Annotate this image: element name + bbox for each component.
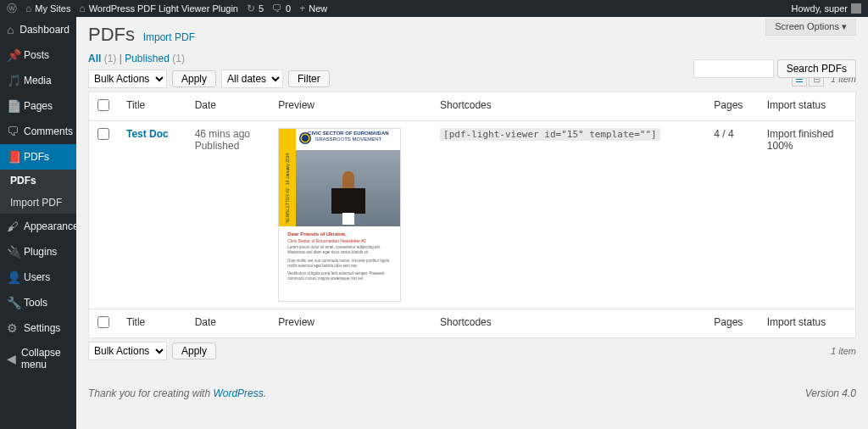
apply-bulk-button-bottom[interactable]: Apply (172, 343, 216, 359)
preview-body-text: Duis mollis, est non commodo luctus, nis… (287, 259, 392, 269)
sidebar-label: PDFs (24, 151, 49, 163)
updates-count: 5 (259, 3, 264, 14)
pdf-preview-thumb[interactable]: CIVIC SECTOR OF EUROMAIDANGRASSROOTS MOV… (278, 128, 401, 302)
bulk-actions-select[interactable]: Bulk Actions (88, 70, 167, 88)
footer-thanks: Thank you for creating with WordPress. (88, 387, 266, 399)
appearance-icon: 🖌 (7, 220, 19, 233)
my-sites-link[interactable]: ⌂My Sites (25, 3, 70, 14)
sidebar-item-users[interactable]: 👤Users (0, 265, 76, 290)
sidebar-label: Tools (24, 297, 47, 309)
apply-bulk-button[interactable]: Apply (172, 70, 216, 87)
sidebar-item-comments[interactable]: 🗨Comments (0, 119, 76, 144)
home-icon: ⌂ (79, 3, 85, 14)
users-icon: 👤 (7, 270, 19, 284)
sidebar-label: Settings (24, 322, 60, 334)
row-status-text: Import finished (767, 128, 834, 140)
sidebar-item-dashboard[interactable]: ⌂Dashboard (0, 17, 76, 42)
search-button[interactable]: Search PDFs (777, 59, 856, 78)
howdy-account[interactable]: Howdy, super (792, 3, 861, 14)
page-title: PDFs (88, 17, 135, 49)
col-pages: Pages (705, 309, 758, 338)
media-icon: 🎵 (7, 74, 19, 87)
col-date[interactable]: Date (186, 309, 270, 338)
pdf-icon: 📕 (7, 150, 19, 164)
sidebar-item-pages[interactable]: 📄Pages (0, 93, 76, 119)
row-date-status: Published (195, 140, 240, 152)
row-pages: 4 / 4 (705, 121, 758, 309)
sidebar-label: Posts (24, 49, 49, 61)
sidebar-label: Pages (24, 100, 53, 112)
comment-icon: 🗨 (7, 125, 19, 138)
sidebar-label: Plugins (24, 246, 57, 258)
bulk-actions-select-bottom[interactable]: Bulk Actions (88, 342, 167, 360)
filter-published[interactable]: Published (125, 53, 170, 64)
col-title[interactable]: Title (118, 92, 186, 121)
sites-icon: ⌂ (25, 3, 31, 14)
row-title-link[interactable]: Test Doc (126, 128, 169, 140)
comments-count: 0 (286, 3, 291, 14)
collapse-menu[interactable]: ◀Collapse menu (0, 341, 76, 376)
sidebar-item-media[interactable]: 🎵Media (0, 68, 76, 93)
sidebar-item-plugins[interactable]: 🔌Plugins (0, 239, 76, 265)
sidebar-item-appearance[interactable]: 🖌Appearance (0, 214, 76, 239)
sidebar-item-posts[interactable]: 📌Posts (0, 42, 76, 68)
preview-photo (296, 150, 400, 226)
preview-subheader: GRASSROOTS MOVEMENT (299, 136, 397, 142)
submenu-pdfs[interactable]: PDFs (0, 170, 76, 192)
select-all-checkbox-footer[interactable] (97, 316, 109, 328)
sidebar-item-pdfs[interactable]: 📕PDFs (0, 144, 76, 170)
dashboard-icon: ⌂ (7, 23, 14, 36)
filter-all[interactable]: All (88, 53, 101, 64)
sidebar-label: Collapse menu (21, 347, 70, 370)
col-title[interactable]: Title (118, 309, 186, 338)
select-all-checkbox[interactable] (97, 99, 109, 111)
preview-sidebar-text: NEWSLETTER #2 · 14 January 2014 (285, 153, 290, 224)
new-label: New (309, 3, 327, 14)
page-icon: 📄 (7, 99, 19, 113)
row-checkbox[interactable] (97, 128, 109, 140)
sidebar-item-settings[interactable]: ⚙Settings (0, 315, 76, 341)
row-status-percent: 100% (767, 140, 793, 152)
preview-red-sub: Civic Sector of Euromaidan Newsletter #2 (287, 238, 392, 243)
date-filter-select[interactable]: All dates (221, 70, 283, 88)
footer-wp-link[interactable]: WordPress (213, 387, 263, 399)
col-date[interactable]: Date (186, 92, 270, 121)
filter-published-count: (1) (172, 53, 185, 64)
filter-button[interactable]: Filter (288, 70, 330, 87)
col-import-status: Import status (759, 92, 856, 121)
avatar (851, 3, 861, 14)
plus-icon: + (299, 3, 305, 14)
filter-all-count: (1) (104, 53, 117, 64)
screen-options-toggle[interactable]: Screen Options ▾ (765, 19, 856, 36)
preview-body-text: Lorem ipsum dolor sit amet, consectetur … (287, 245, 392, 255)
plugin-icon: 🔌 (7, 245, 19, 259)
site-name-label: WordPress PDF Light Viewer Plugin (89, 3, 238, 14)
preview-body-text: Vestibulum id ligula porta felis euismod… (287, 271, 392, 281)
row-date-rel: 46 mins ago (195, 128, 250, 140)
row-shortcode: [pdf-light-viewer id="15" template=""] (440, 128, 660, 141)
search-input[interactable] (693, 59, 774, 78)
sidebar-label: Dashboard (19, 24, 70, 36)
sidebar-label: Users (24, 271, 50, 283)
wp-logo[interactable]: ⓦ (7, 2, 17, 16)
preview-red-heading: Dear Friends of Ukraine, (287, 231, 392, 237)
updates-link[interactable]: ↻5 (247, 3, 264, 14)
updates-icon: ↻ (247, 3, 255, 14)
submenu-import-pdf[interactable]: Import PDF (0, 192, 76, 214)
preview-header: CIVIC SECTOR OF EUROMAIDAN (299, 131, 397, 136)
pin-icon: 📌 (7, 48, 19, 62)
sidebar-label: Media (24, 75, 52, 86)
import-pdf-action[interactable]: Import PDF (143, 31, 195, 43)
new-content-link[interactable]: +New (299, 3, 327, 14)
col-preview: Preview (270, 309, 431, 338)
comment-icon: 🗨 (272, 3, 282, 14)
sidebar-item-tools[interactable]: 🔧Tools (0, 290, 76, 315)
site-name-link[interactable]: ⌂WordPress PDF Light Viewer Plugin (79, 3, 238, 14)
wordpress-icon: ⓦ (7, 2, 17, 16)
col-shortcodes: Shortcodes (431, 92, 705, 121)
tools-icon: 🔧 (7, 296, 19, 309)
comments-link[interactable]: 🗨0 (272, 3, 291, 14)
footer-version: Version 4.0 (805, 387, 856, 399)
howdy-label: Howdy, super (792, 3, 848, 14)
sidebar-label: Comments (24, 125, 73, 137)
